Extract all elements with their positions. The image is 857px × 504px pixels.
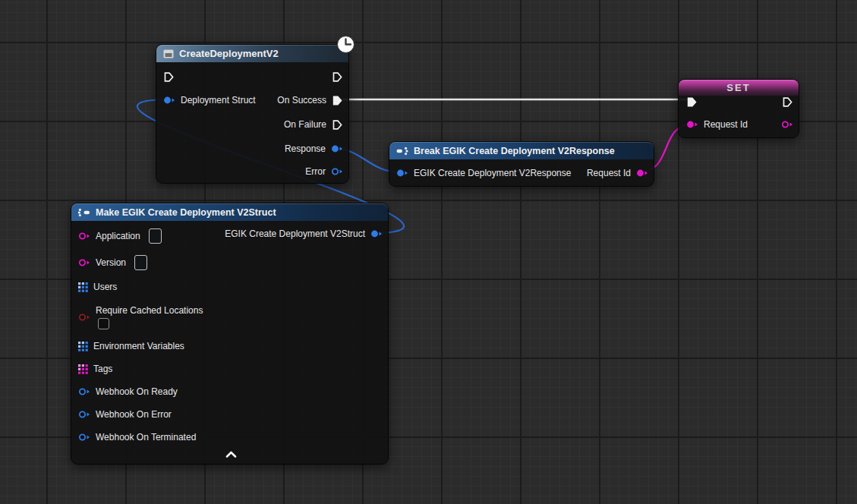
- pin-label: Tags: [93, 364, 112, 374]
- pin-request-id-output[interactable]: Request Id: [587, 165, 648, 181]
- pin-label: Users: [93, 282, 117, 292]
- exec-pin-icon: [332, 71, 343, 83]
- struct-pin-icon: [78, 410, 90, 419]
- node-header[interactable]: SET: [679, 80, 799, 96]
- make-struct-icon: [78, 208, 90, 217]
- exec-pin-icon: [686, 96, 698, 108]
- pin-value-output[interactable]: [781, 117, 793, 132]
- struct-pin-icon: [331, 144, 343, 153]
- node-title: CreateDeploymentV2: [179, 48, 279, 59]
- pin-label: EGIK Create Deployment V2Struct: [225, 228, 365, 239]
- exec-out-pin[interactable]: [782, 94, 793, 109]
- node-header[interactable]: Break EGIK Create Deployment V2Response: [389, 142, 654, 159]
- node-break-egik-response[interactable]: Break EGIK Create Deployment V2Response …: [389, 141, 654, 187]
- exec-pin-icon: [782, 96, 793, 108]
- pin-label: Request Id: [704, 119, 748, 130]
- pin-label: Error: [305, 166, 326, 177]
- exec-in-pin[interactable]: [163, 69, 175, 84]
- pin-request-id-input[interactable]: Request Id: [686, 117, 748, 132]
- string-pin-icon: [686, 120, 698, 129]
- pin-tags[interactable]: Tags: [78, 361, 112, 376]
- application-text-field[interactable]: [149, 228, 162, 244]
- node-header[interactable]: CreateDeploymentV2: [156, 45, 348, 62]
- blueprint-canvas[interactable]: CreateDeploymentV2 Deployment Struct: [0, 0, 857, 504]
- pin-error[interactable]: Error: [305, 164, 343, 179]
- pin-label: Version: [96, 257, 126, 268]
- struct-pin-icon: [78, 433, 90, 442]
- node-title: Break EGIK Create Deployment V2Response: [414, 146, 615, 156]
- string-pin-icon: [78, 232, 90, 241]
- latent-clock-icon: [336, 35, 355, 54]
- string-pin-icon: [78, 258, 90, 267]
- pin-label: On Failure: [284, 119, 326, 130]
- pin-label: Application: [96, 231, 140, 241]
- node-create-deployment-v2[interactable]: CreateDeploymentV2 Deployment Struct: [156, 44, 349, 184]
- pin-label: Environment Variables: [93, 341, 184, 351]
- struct-pin-icon: [78, 387, 90, 396]
- pin-application[interactable]: Application: [78, 228, 162, 244]
- struct-pin-icon: [163, 96, 175, 105]
- pin-require-cached-locations[interactable]: Require Cached Locations: [78, 304, 203, 330]
- node-header[interactable]: Make EGIK Create Deployment V2Struct: [71, 203, 388, 221]
- exec-in-pin[interactable]: [686, 94, 698, 109]
- exec-pin-icon: [332, 119, 343, 131]
- pin-on-failure[interactable]: On Failure: [284, 117, 343, 132]
- function-call-icon: [163, 49, 174, 58]
- pin-egik-struct-output[interactable]: EGIK Create Deployment V2Struct: [225, 226, 383, 241]
- pin-egik-response-input[interactable]: EGIK Create Deployment V2Response: [396, 165, 571, 181]
- pin-webhook-on-error[interactable]: Webhook On Error: [78, 407, 172, 422]
- pin-deployment-struct[interactable]: Deployment Struct: [163, 93, 256, 108]
- pin-version[interactable]: Version: [78, 255, 147, 270]
- string-pin-icon: [636, 169, 648, 178]
- version-text-field[interactable]: [134, 255, 147, 270]
- pin-label: On Success: [277, 95, 326, 106]
- pin-response[interactable]: Response: [285, 141, 343, 156]
- map-pin-icon: [78, 342, 88, 351]
- string-pin-icon: [781, 120, 793, 129]
- pin-label: Request Id: [587, 168, 631, 178]
- exec-out-pin[interactable]: [332, 69, 343, 84]
- pin-label: Webhook On Ready: [96, 386, 178, 397]
- collapse-pins-chevron-icon[interactable]: [225, 451, 237, 458]
- pin-label: Require Cached Locations: [96, 305, 203, 316]
- pin-label: Deployment Struct: [181, 95, 256, 106]
- pin-label: Webhook On Terminated: [96, 432, 196, 443]
- break-struct-icon: [396, 146, 408, 156]
- bool-pin-icon: [78, 313, 90, 322]
- node-title: Make EGIK Create Deployment V2Struct: [96, 207, 276, 218]
- node-title: SET: [726, 82, 750, 93]
- pin-webhook-on-terminated[interactable]: Webhook On Terminated: [78, 430, 196, 445]
- pin-webhook-on-ready[interactable]: Webhook On Ready: [78, 384, 178, 399]
- require-cached-locations-checkbox[interactable]: [98, 318, 109, 329]
- map-pin-icon: [78, 282, 88, 292]
- exec-pin-icon: [332, 95, 343, 106]
- struct-pin-icon: [396, 169, 408, 178]
- node-make-egik-struct[interactable]: Make EGIK Create Deployment V2Struct EGI…: [71, 203, 389, 465]
- pin-label: Response: [285, 143, 326, 154]
- struct-pin-icon: [331, 167, 343, 176]
- pin-on-success[interactable]: On Success: [277, 93, 343, 108]
- exec-pin-icon: [163, 71, 175, 83]
- map-pin-icon: [78, 364, 88, 374]
- pin-users[interactable]: Users: [78, 279, 117, 295]
- pin-environment-variables[interactable]: Environment Variables: [78, 339, 184, 354]
- pin-label: EGIK Create Deployment V2Response: [414, 168, 571, 178]
- pin-label: Webhook On Error: [96, 409, 172, 420]
- struct-pin-icon: [370, 229, 383, 238]
- node-set-request-id[interactable]: SET Request Id: [678, 79, 799, 138]
